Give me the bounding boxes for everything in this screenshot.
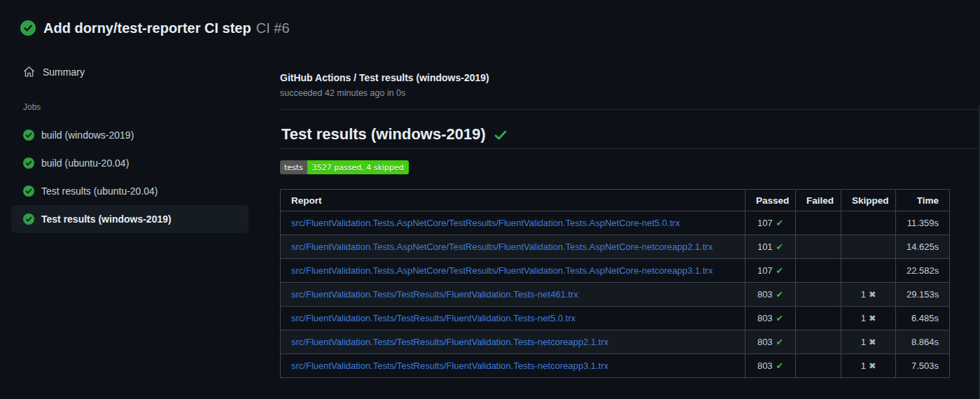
skipped-x-icon: ✖ xyxy=(869,337,876,347)
column-header-report: Report xyxy=(281,190,746,211)
table-header-row: Report Passed Failed Skipped Time xyxy=(281,190,950,211)
report-link[interactable]: src/FluentValidation.Tests/TestResults/F… xyxy=(291,360,608,371)
report-link[interactable]: src/FluentValidation.Tests.AspNetCore/Te… xyxy=(291,265,713,276)
sidebar-job-item[interactable]: build (ubuntu-20.04) xyxy=(11,149,248,177)
job-success-check-circle-icon xyxy=(23,214,34,225)
run-number: CI #6 xyxy=(256,20,290,36)
report-link[interactable]: src/FluentValidation.Tests.AspNetCore/Te… xyxy=(291,241,713,252)
skipped-count: 1 xyxy=(861,289,866,300)
job-label: Test results (windows-2019) xyxy=(41,214,172,225)
passed-cell: 107✔ xyxy=(746,259,796,283)
test-results-table: Report Passed Failed Skipped Time src/Fl… xyxy=(280,189,950,378)
skipped-count: 1 xyxy=(861,313,866,323)
skipped-cell: 1✖ xyxy=(841,354,896,378)
skipped-x-icon: ✖ xyxy=(869,313,876,323)
failed-cell xyxy=(796,283,841,307)
tests-badge-label: tests xyxy=(280,160,307,174)
section-title-text: Test results (windows-2019) xyxy=(281,125,486,144)
section-success-check-icon xyxy=(493,127,507,142)
jobs-section-label: Jobs xyxy=(23,102,41,112)
summary-label: Summary xyxy=(43,66,85,78)
skipped-cell: 1✖ xyxy=(841,307,896,330)
table-body: src/FluentValidation.Tests.AspNetCore/Te… xyxy=(281,211,950,378)
report-cell: src/FluentValidation.Tests.AspNetCore/Te… xyxy=(281,211,746,235)
table-row: src/FluentValidation.Tests/TestResults/F… xyxy=(281,354,950,378)
skipped-count: 1 xyxy=(861,360,866,371)
report-link[interactable]: src/FluentValidation.Tests/TestResults/F… xyxy=(291,337,608,347)
breadcrumb: GitHub Actions / Test results (windows-2… xyxy=(280,72,489,83)
passed-check-icon: ✔ xyxy=(776,289,783,300)
table-row: src/FluentValidation.Tests.AspNetCore/Te… xyxy=(281,235,950,259)
run-title-text: Add dorny/test-reporter CI step xyxy=(43,20,251,36)
tests-badge-value: 3527 passed, 4 skipped xyxy=(307,160,409,174)
divider xyxy=(280,148,980,149)
passed-cell: 803✔ xyxy=(746,283,796,307)
status-line: succeeded 42 minutes ago in 0s xyxy=(280,88,405,98)
table-row: src/FluentValidation.Tests/TestResults/F… xyxy=(281,283,950,307)
column-header-skipped: Skipped xyxy=(841,190,896,211)
sidebar-item-summary[interactable]: Summary xyxy=(23,66,85,78)
skipped-x-icon: ✖ xyxy=(869,289,876,300)
report-cell: src/FluentValidation.Tests/TestResults/F… xyxy=(281,354,746,378)
column-header-time: Time xyxy=(896,190,950,211)
report-link[interactable]: src/FluentValidation.Tests/TestResults/F… xyxy=(291,289,578,300)
run-status-check-circle-icon xyxy=(20,20,36,36)
passed-check-icon: ✔ xyxy=(776,265,783,276)
sidebar-job-item[interactable]: build (windows-2019) xyxy=(11,121,248,149)
section-title: Test results (windows-2019) xyxy=(281,125,507,144)
time-cell: 22.582s xyxy=(896,259,950,283)
column-header-failed: Failed xyxy=(796,190,841,211)
passed-count: 107 xyxy=(757,265,773,276)
passed-cell: 803✔ xyxy=(746,354,796,378)
table-row: src/FluentValidation.Tests.AspNetCore/Te… xyxy=(281,211,950,235)
passed-count: 803 xyxy=(757,360,773,371)
time-cell: 29.153s xyxy=(896,283,950,307)
skipped-cell xyxy=(841,235,896,259)
passed-count: 107 xyxy=(757,218,773,228)
passed-count: 101 xyxy=(757,241,773,252)
report-link[interactable]: src/FluentValidation.Tests/TestResults/F… xyxy=(291,313,575,323)
passed-cell: 101✔ xyxy=(746,235,796,259)
job-success-check-circle-icon xyxy=(23,186,34,197)
skipped-count: 1 xyxy=(861,337,866,347)
failed-cell xyxy=(796,259,841,283)
job-label: Test results (ubuntu-20.04) xyxy=(41,186,158,197)
passed-check-icon: ✔ xyxy=(776,337,783,347)
failed-cell xyxy=(796,211,841,235)
home-icon xyxy=(23,66,35,78)
report-link[interactable]: src/FluentValidation.Tests.AspNetCore/Te… xyxy=(291,218,680,228)
table-row: src/FluentValidation.Tests/TestResults/F… xyxy=(281,330,950,354)
job-label: build (windows-2019) xyxy=(41,130,134,141)
column-header-passed: Passed xyxy=(746,190,796,211)
report-cell: src/FluentValidation.Tests/TestResults/F… xyxy=(281,283,746,307)
passed-check-icon: ✔ xyxy=(776,360,783,371)
failed-cell xyxy=(796,307,841,330)
skipped-cell: 1✖ xyxy=(841,283,896,307)
failed-cell xyxy=(796,354,841,378)
time-cell: 7.503s xyxy=(896,354,950,378)
table-row: src/FluentValidation.Tests.AspNetCore/Te… xyxy=(281,259,950,283)
sidebar-job-item[interactable]: Test results (ubuntu-20.04) xyxy=(11,177,248,205)
passed-check-icon: ✔ xyxy=(776,313,783,323)
report-cell: src/FluentValidation.Tests.AspNetCore/Te… xyxy=(281,235,746,259)
job-label: build (ubuntu-20.04) xyxy=(41,158,129,169)
time-cell: 11.359s xyxy=(896,211,950,235)
jobs-list: build (windows-2019) build (ubuntu-20.04… xyxy=(11,121,248,233)
failed-cell xyxy=(796,235,841,259)
passed-cell: 803✔ xyxy=(746,330,796,354)
passed-count: 803 xyxy=(757,313,773,323)
skipped-cell: 1✖ xyxy=(841,330,896,354)
failed-cell xyxy=(796,330,841,354)
passed-count: 803 xyxy=(757,337,773,347)
time-cell: 8.864s xyxy=(896,330,950,354)
report-cell: src/FluentValidation.Tests/TestResults/F… xyxy=(281,307,746,330)
job-success-check-circle-icon xyxy=(23,158,34,169)
time-cell: 14.625s xyxy=(896,235,950,259)
passed-check-icon: ✔ xyxy=(776,218,783,228)
tests-badge: tests 3527 passed, 4 skipped xyxy=(280,160,409,174)
report-cell: src/FluentValidation.Tests/TestResults/F… xyxy=(281,330,746,354)
sidebar-job-item[interactable]: Test results (windows-2019) xyxy=(11,205,248,233)
table-row: src/FluentValidation.Tests/TestResults/F… xyxy=(281,307,950,330)
skipped-x-icon: ✖ xyxy=(869,360,876,371)
skipped-cell xyxy=(841,211,896,235)
